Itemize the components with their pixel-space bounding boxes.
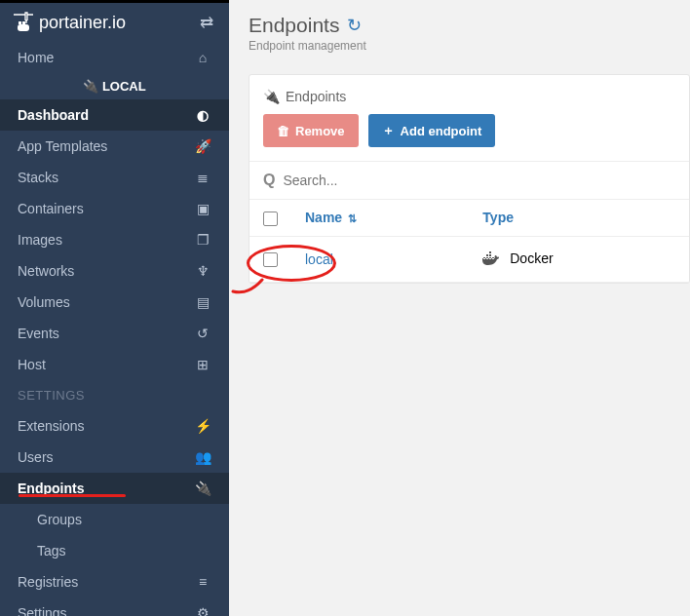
sidebar-item-label: Networks <box>18 263 74 279</box>
table-row: local Docker <box>249 236 689 282</box>
list-icon: ≣ <box>194 170 211 185</box>
docker-icon <box>482 251 500 268</box>
sidebar-item-registries[interactable]: Registries ≡ <box>0 566 229 597</box>
sidebar-item-home[interactable]: Home ⌂ <box>0 42 229 73</box>
sidebar-item-images[interactable]: Images ❐ <box>0 224 229 255</box>
sidebar-item-networks[interactable]: Networks ♆ <box>0 255 229 287</box>
sidebar-item-label: Stacks <box>18 170 58 185</box>
users-icon: 👥 <box>194 449 211 465</box>
database-icon: ≡ <box>194 574 211 590</box>
sidebar-item-endpoints[interactable]: Endpoints 🔌 <box>0 473 229 504</box>
sidebar-item-label: Settings <box>18 605 67 616</box>
plug-icon: 🔌 <box>263 89 280 104</box>
cubes-icon: ▣ <box>194 201 211 216</box>
clone-icon: ❐ <box>194 232 211 248</box>
sidebar: portainer.io ⇄ Home ⌂ 🔌 LOCAL Dashboard … <box>0 0 229 616</box>
bolt-icon: ⚡ <box>194 418 211 434</box>
refresh-icon[interactable]: ↻ <box>347 15 362 36</box>
brand-text: portainer.io <box>39 13 126 33</box>
sidebar-item-app-templates[interactable]: App Templates 🚀 <box>0 131 229 162</box>
sidebar-item-host[interactable]: Host ⊞ <box>0 349 229 380</box>
sidebar-item-events[interactable]: Events ↺ <box>0 318 229 349</box>
panel-header: 🔌 Endpoints <box>249 75 689 114</box>
page-title: Endpoints ↻ <box>249 14 690 37</box>
search-icon: Q <box>263 172 275 189</box>
sidebar-item-label: Tags <box>37 543 66 558</box>
select-all-checkbox[interactable] <box>263 212 278 226</box>
col-name-header[interactable]: Name ⇅ <box>291 200 469 237</box>
sitemap-icon: ♆ <box>194 263 211 279</box>
plug-icon: 🔌 <box>194 481 211 496</box>
sidebar-item-label: Home <box>18 50 54 65</box>
sidebar-item-volumes[interactable]: Volumes ▤ <box>0 287 229 318</box>
row-checkbox[interactable] <box>263 252 278 267</box>
sidebar-item-label: Users <box>18 449 54 465</box>
sidebar-item-users[interactable]: Users 👥 <box>0 442 229 473</box>
sidebar-item-extensions[interactable]: Extensions ⚡ <box>0 410 229 442</box>
sidebar-item-label: Host <box>18 357 46 372</box>
sidebar-item-containers[interactable]: Containers ▣ <box>0 193 229 224</box>
history-icon: ↺ <box>194 326 211 341</box>
hdd-icon: ▤ <box>194 294 211 310</box>
sidebar-item-label: App Templates <box>18 138 107 154</box>
endpoints-panel: 🔌 Endpoints 🗑 Remove ＋ Add endpoint Q N <box>249 74 690 284</box>
home-icon: ⌂ <box>194 50 211 65</box>
trash-icon: 🗑 <box>277 124 289 138</box>
endpoint-name-link[interactable]: local <box>305 251 333 267</box>
crane-icon <box>12 11 35 34</box>
env-label: 🔌 LOCAL <box>0 73 229 99</box>
svg-rect-1 <box>19 21 21 24</box>
svg-rect-0 <box>18 24 29 31</box>
main-content: Endpoints ↻ Endpoint management 🔌 Endpoi… <box>229 0 690 616</box>
th-icon: ⊞ <box>194 357 211 372</box>
plug-icon: 🔌 <box>83 79 98 94</box>
sidebar-subitem-tags[interactable]: Tags <box>0 535 229 566</box>
add-endpoint-button[interactable]: ＋ Add endpoint <box>368 114 496 147</box>
sidebar-item-label: Events <box>18 326 59 341</box>
plus-icon: ＋ <box>382 122 395 139</box>
sidebar-item-label: Volumes <box>18 294 70 310</box>
search-input[interactable] <box>283 173 675 188</box>
col-type-header[interactable]: Type <box>469 200 689 237</box>
sidebar-toggle-icon[interactable]: ⇄ <box>200 13 213 33</box>
sort-icon: ⇅ <box>348 212 357 224</box>
sidebar-item-dashboard[interactable]: Dashboard ◐ <box>0 99 229 131</box>
sidebar-subitem-groups[interactable]: Groups <box>0 504 229 535</box>
sidebar-item-label: Extensions <box>18 418 84 434</box>
sidebar-item-label: Endpoints <box>18 481 84 496</box>
svg-rect-2 <box>22 21 25 24</box>
sidebar-item-label: Groups <box>37 512 82 527</box>
sidebar-item-label: Registries <box>18 574 78 590</box>
page-subtitle: Endpoint management <box>249 39 690 53</box>
remove-button[interactable]: 🗑 Remove <box>263 114 359 147</box>
sidebar-item-settings[interactable]: Settings ⚙ <box>0 597 229 616</box>
brand-logo[interactable]: portainer.io <box>12 11 126 34</box>
rocket-icon: 🚀 <box>194 138 211 154</box>
cogs-icon: ⚙ <box>194 605 211 616</box>
sidebar-item-label: Containers <box>18 201 84 216</box>
section-settings-label: SETTINGS <box>0 380 229 410</box>
sidebar-item-stacks[interactable]: Stacks ≣ <box>0 162 229 193</box>
endpoint-type: Docker <box>510 250 553 266</box>
sidebar-item-label: Images <box>18 232 62 248</box>
sidebar-item-label: Dashboard <box>18 107 89 123</box>
endpoints-table: Name ⇅ Type local Docker <box>249 199 689 283</box>
tachometer-icon: ◐ <box>194 107 211 123</box>
